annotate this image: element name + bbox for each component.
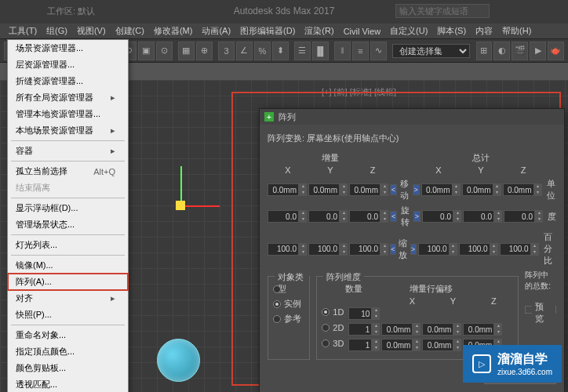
dim-count[interactable]: ▴▾ <box>348 307 380 320</box>
tot-spinner[interactable]: ▴▾ <box>503 183 542 196</box>
tools-menu-item-3[interactable]: 所有全局资源管理器▸ <box>8 89 128 106</box>
menu-11[interactable]: 内容 <box>471 24 497 38</box>
search-input[interactable] <box>395 4 490 18</box>
inc-spinner[interactable]: ▴▾ <box>349 243 388 256</box>
mirror-button[interactable]: ▐▌ <box>312 42 329 60</box>
dialog-titlebar[interactable]: + 阵列 <box>260 109 564 125</box>
dim-radio-1[interactable]: 2D <box>322 323 347 332</box>
tools-menu-item-13[interactable]: 管理场景状态... <box>8 216 128 233</box>
inc-spinner[interactable]: ▴▾ <box>308 183 348 196</box>
tools-menu-item-20[interactable]: 快照(P)... <box>8 307 128 323</box>
named-sel-button[interactable]: ☰ <box>294 42 311 60</box>
menu-3[interactable]: 创建(C) <box>111 24 149 38</box>
tot-spinner[interactable]: ▴▾ <box>459 243 498 256</box>
tools-menu-item-10[interactable]: 结束隔离 <box>8 180 128 196</box>
tools-menu-item-9[interactable]: 孤立当前选择Alt+Q <box>8 163 128 180</box>
tools-menu-item-2[interactable]: 折缝资源管理器... <box>8 73 128 89</box>
spinner-snap-button[interactable]: ⬍ <box>272 42 289 60</box>
axis-constraint-button[interactable]: ⊕ <box>196 42 213 60</box>
tools-menu-item-0[interactable]: 场景资源管理器... <box>8 40 128 56</box>
dim-offset-x[interactable]: ▴▾ <box>381 323 421 336</box>
tools-menu-item-5[interactable]: 本地场景资源管理器▸ <box>8 122 128 139</box>
dim-offset-x[interactable]: ▴▾ <box>381 339 421 351</box>
gizmo-x-axis[interactable] <box>180 205 220 207</box>
tools-menu-item-7[interactable]: 容器▸ <box>8 143 128 159</box>
tools-menu-item-18[interactable]: 阵列(A)... <box>8 274 128 290</box>
dim-count[interactable]: ▴▾ <box>348 323 380 336</box>
gizmo-center[interactable] <box>176 201 185 210</box>
lock-left[interactable]: < <box>390 211 397 222</box>
dim-offset-y[interactable]: ▴▾ <box>422 323 461 336</box>
lock-right[interactable]: > <box>413 184 420 195</box>
tools-menu-item-24[interactable]: 颜色剪贴板... <box>8 360 128 376</box>
dim-radio-0[interactable]: 1D <box>322 307 347 317</box>
dim-radio-2[interactable]: 3D <box>322 339 347 348</box>
dim-offset-y[interactable]: ▴▾ <box>422 339 461 351</box>
watermark-text: 溜溜自学 <box>497 352 548 365</box>
tot-spinner[interactable]: ▴▾ <box>421 183 461 196</box>
object-type-radio-2[interactable]: 参考 <box>273 313 304 325</box>
dim-offset-z[interactable]: ▴▾ <box>463 323 502 336</box>
percent-snap-button[interactable]: % <box>254 42 271 60</box>
select-scale-button[interactable]: ▣ <box>138 42 155 60</box>
inc-spinner[interactable]: ▴▾ <box>349 183 388 196</box>
menu-0[interactable]: 工具(T) <box>4 24 42 38</box>
op-label: 缩放 <box>398 238 409 261</box>
tools-menu-item-4[interactable]: 管理本地资源管理器... <box>8 106 128 122</box>
tot-spinner[interactable]: ▴▾ <box>422 210 461 223</box>
menu-5[interactable]: 动画(A) <box>197 24 235 38</box>
viewport-label[interactable]: [+] [前] [标准] [线框] <box>322 86 396 98</box>
object-type-radio-1[interactable]: 实例 <box>273 298 304 310</box>
dim-count[interactable]: ▴▾ <box>348 339 380 351</box>
menu-4[interactable]: 修改器(M) <box>149 24 198 38</box>
menu-10[interactable]: 脚本(S) <box>432 24 471 38</box>
layers-button[interactable]: ≡ <box>352 42 369 60</box>
lock-right[interactable]: > <box>410 244 417 255</box>
menu-6[interactable]: 图形编辑器(D) <box>235 24 300 38</box>
angle-snap-button[interactable]: ∠ <box>236 42 253 60</box>
gizmo-y-axis[interactable] <box>180 166 182 205</box>
select-place-button[interactable]: ⊙ <box>156 42 173 60</box>
tot-spinner[interactable]: ▴▾ <box>418 243 457 256</box>
tools-menu-item-19[interactable]: 对齐▸ <box>8 290 128 307</box>
render-frame-button[interactable]: ▶ <box>530 42 546 60</box>
inc-spinner[interactable]: ▴▾ <box>308 210 348 223</box>
curve-editor-button[interactable]: ∿ <box>370 42 387 60</box>
tot-spinner[interactable]: ▴▾ <box>500 243 539 256</box>
menu-1[interactable]: 组(G) <box>42 24 72 38</box>
inc-spinner[interactable]: ▴▾ <box>349 210 388 223</box>
schematic-button[interactable]: ⊞ <box>476 42 493 60</box>
tools-menu-item-22[interactable]: 重命名对象... <box>8 327 128 343</box>
lock-left[interactable]: < <box>390 244 396 255</box>
menu-2[interactable]: 视图(V) <box>72 24 111 38</box>
menu-12[interactable]: 帮助(H) <box>497 24 536 38</box>
inc-spinner[interactable]: ▴▾ <box>308 243 348 256</box>
tot-spinner[interactable]: ▴▾ <box>463 210 502 223</box>
tools-menu-item-17[interactable]: 镜像(M)... <box>8 257 128 274</box>
tools-menu-item-23[interactable]: 指定顶点颜色... <box>8 343 128 360</box>
menu-7[interactable]: 渲染(R) <box>300 24 338 38</box>
lock-left[interactable]: < <box>390 184 397 195</box>
inc-spinner[interactable]: ▴▾ <box>268 183 307 196</box>
sphere-wireframe[interactable] <box>157 339 200 382</box>
inc-axis-headers: XYZ <box>268 165 393 175</box>
tot-spinner[interactable]: ▴▾ <box>504 210 543 223</box>
align-button[interactable]: ⫴ <box>334 42 351 60</box>
material-editor-button[interactable]: ◐ <box>493 42 510 60</box>
snap-toggle-button[interactable]: 3 <box>218 42 235 60</box>
render-button[interactable]: 🫖 <box>548 42 564 60</box>
tot-spinner[interactable]: ▴▾ <box>462 183 501 196</box>
inc-spinner[interactable]: ▴▾ <box>268 210 307 223</box>
menu-9[interactable]: 自定义(U) <box>385 24 432 38</box>
ref-coord-button[interactable]: ▦ <box>178 42 195 60</box>
tools-menu-item-1[interactable]: 层资源管理器... <box>8 56 128 73</box>
tools-menu-item-25[interactable]: 透视匹配... <box>8 376 128 392</box>
dim-row-0: 1D▴▾ <box>322 307 513 320</box>
inc-spinner[interactable]: ▴▾ <box>268 243 307 256</box>
named-selection-set[interactable]: 创建选择集 <box>392 44 470 58</box>
render-setup-button[interactable]: 🎬 <box>512 42 528 60</box>
lock-right[interactable]: > <box>413 211 421 222</box>
tools-menu-item-15[interactable]: 灯光列表... <box>8 237 128 253</box>
tools-menu-item-12[interactable]: 显示浮动框(D)... <box>8 200 128 216</box>
menu-8[interactable]: Civil View <box>339 25 385 38</box>
